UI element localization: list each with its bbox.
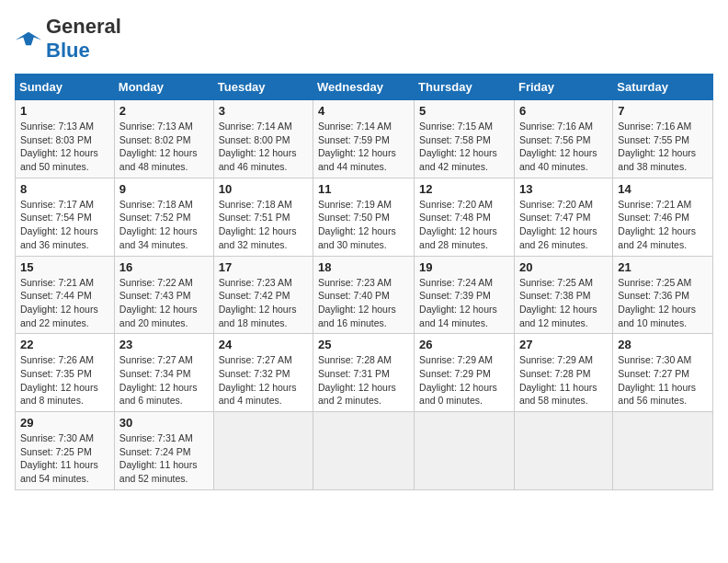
day-number: 16 bbox=[119, 260, 209, 274]
calendar-day-29: 29Sunrise: 7:30 AM Sunset: 7:25 PM Dayli… bbox=[16, 412, 115, 490]
calendar-day-14: 14Sunrise: 7:21 AM Sunset: 7:46 PM Dayli… bbox=[613, 178, 713, 256]
calendar-day-9: 9Sunrise: 7:18 AM Sunset: 7:52 PM Daylig… bbox=[114, 178, 213, 256]
day-info: Sunrise: 7:22 AM Sunset: 7:43 PM Dayligh… bbox=[119, 276, 209, 330]
day-info: Sunrise: 7:13 AM Sunset: 8:03 PM Dayligh… bbox=[20, 120, 109, 174]
day-number: 5 bbox=[419, 104, 509, 118]
calendar-week-3: 15Sunrise: 7:21 AM Sunset: 7:44 PM Dayli… bbox=[16, 256, 713, 334]
calendar-day-6: 6Sunrise: 7:16 AM Sunset: 7:56 PM Daylig… bbox=[514, 100, 612, 178]
day-info: Sunrise: 7:20 AM Sunset: 7:48 PM Dayligh… bbox=[419, 198, 509, 252]
logo-icon bbox=[15, 29, 42, 48]
day-info: Sunrise: 7:18 AM Sunset: 7:51 PM Dayligh… bbox=[219, 198, 308, 252]
calendar-week-1: 1Sunrise: 7:13 AM Sunset: 8:03 PM Daylig… bbox=[16, 100, 713, 178]
day-info: Sunrise: 7:29 AM Sunset: 7:29 PM Dayligh… bbox=[419, 353, 509, 408]
day-number: 18 bbox=[318, 260, 409, 274]
day-number: 13 bbox=[519, 182, 608, 196]
day-info: Sunrise: 7:27 AM Sunset: 7:34 PM Dayligh… bbox=[119, 353, 209, 408]
day-info: Sunrise: 7:31 AM Sunset: 7:24 PM Dayligh… bbox=[119, 431, 209, 486]
day-info: Sunrise: 7:16 AM Sunset: 7:56 PM Dayligh… bbox=[519, 120, 608, 174]
column-header-sunday: Sunday bbox=[16, 75, 115, 100]
column-header-friday: Friday bbox=[514, 75, 612, 100]
day-info: Sunrise: 7:20 AM Sunset: 7:47 PM Dayligh… bbox=[519, 198, 608, 252]
calendar-day-empty bbox=[514, 412, 612, 490]
day-number: 14 bbox=[618, 182, 708, 196]
day-number: 15 bbox=[20, 260, 109, 274]
calendar-day-empty bbox=[613, 412, 713, 490]
day-info: Sunrise: 7:17 AM Sunset: 7:54 PM Dayligh… bbox=[20, 198, 109, 252]
logo-text: GeneralBlue bbox=[46, 15, 121, 63]
day-info: Sunrise: 7:13 AM Sunset: 8:02 PM Dayligh… bbox=[119, 120, 209, 174]
logo: GeneralBlue bbox=[15, 15, 121, 63]
day-info: Sunrise: 7:15 AM Sunset: 7:58 PM Dayligh… bbox=[419, 120, 509, 174]
day-number: 7 bbox=[618, 104, 708, 118]
day-number: 11 bbox=[318, 182, 409, 196]
page-header: GeneralBlue bbox=[15, 15, 713, 63]
calendar-day-17: 17Sunrise: 7:23 AM Sunset: 7:42 PM Dayli… bbox=[213, 256, 313, 334]
calendar-week-5: 29Sunrise: 7:30 AM Sunset: 7:25 PM Dayli… bbox=[16, 412, 713, 490]
calendar-day-4: 4Sunrise: 7:14 AM Sunset: 7:59 PM Daylig… bbox=[313, 100, 415, 178]
calendar-day-26: 26Sunrise: 7:29 AM Sunset: 7:29 PM Dayli… bbox=[415, 334, 515, 412]
calendar-day-16: 16Sunrise: 7:22 AM Sunset: 7:43 PM Dayli… bbox=[114, 256, 213, 334]
day-number: 21 bbox=[618, 260, 708, 274]
day-number: 26 bbox=[419, 338, 509, 351]
calendar-day-22: 22Sunrise: 7:26 AM Sunset: 7:35 PM Dayli… bbox=[16, 334, 115, 412]
day-number: 23 bbox=[119, 338, 209, 351]
day-number: 30 bbox=[119, 416, 209, 430]
day-number: 19 bbox=[419, 260, 509, 274]
day-info: Sunrise: 7:21 AM Sunset: 7:46 PM Dayligh… bbox=[618, 198, 708, 252]
calendar-day-empty bbox=[213, 412, 313, 490]
day-info: Sunrise: 7:25 AM Sunset: 7:36 PM Dayligh… bbox=[618, 276, 708, 330]
day-number: 6 bbox=[519, 104, 608, 118]
calendar-table: SundayMondayTuesdayWednesdayThursdayFrid… bbox=[15, 74, 713, 490]
column-header-wednesday: Wednesday bbox=[313, 75, 415, 100]
day-number: 4 bbox=[318, 104, 409, 118]
calendar-day-18: 18Sunrise: 7:23 AM Sunset: 7:40 PM Dayli… bbox=[313, 256, 415, 334]
day-info: Sunrise: 7:30 AM Sunset: 7:25 PM Dayligh… bbox=[20, 431, 109, 486]
calendar-day-19: 19Sunrise: 7:24 AM Sunset: 7:39 PM Dayli… bbox=[415, 256, 515, 334]
day-info: Sunrise: 7:25 AM Sunset: 7:38 PM Dayligh… bbox=[519, 276, 608, 330]
calendar-week-4: 22Sunrise: 7:26 AM Sunset: 7:35 PM Dayli… bbox=[16, 334, 713, 412]
day-number: 25 bbox=[318, 338, 409, 351]
day-number: 28 bbox=[618, 338, 708, 351]
day-info: Sunrise: 7:28 AM Sunset: 7:31 PM Dayligh… bbox=[318, 353, 409, 408]
day-number: 20 bbox=[519, 260, 608, 274]
calendar-day-27: 27Sunrise: 7:29 AM Sunset: 7:28 PM Dayli… bbox=[514, 334, 612, 412]
calendar-day-7: 7Sunrise: 7:16 AM Sunset: 7:55 PM Daylig… bbox=[613, 100, 713, 178]
calendar-header-row: SundayMondayTuesdayWednesdayThursdayFrid… bbox=[16, 75, 713, 100]
day-info: Sunrise: 7:23 AM Sunset: 7:40 PM Dayligh… bbox=[318, 276, 409, 330]
day-info: Sunrise: 7:14 AM Sunset: 7:59 PM Dayligh… bbox=[318, 120, 409, 174]
calendar-day-10: 10Sunrise: 7:18 AM Sunset: 7:51 PM Dayli… bbox=[213, 178, 313, 256]
day-number: 1 bbox=[20, 104, 109, 118]
day-info: Sunrise: 7:30 AM Sunset: 7:27 PM Dayligh… bbox=[618, 353, 708, 408]
day-number: 8 bbox=[20, 182, 109, 196]
calendar-day-28: 28Sunrise: 7:30 AM Sunset: 7:27 PM Dayli… bbox=[613, 334, 713, 412]
calendar-day-8: 8Sunrise: 7:17 AM Sunset: 7:54 PM Daylig… bbox=[16, 178, 115, 256]
calendar-day-empty bbox=[415, 412, 515, 490]
column-header-saturday: Saturday bbox=[613, 75, 713, 100]
calendar-day-11: 11Sunrise: 7:19 AM Sunset: 7:50 PM Dayli… bbox=[313, 178, 415, 256]
day-info: Sunrise: 7:21 AM Sunset: 7:44 PM Dayligh… bbox=[20, 276, 109, 330]
day-number: 3 bbox=[219, 104, 308, 118]
calendar-day-empty bbox=[313, 412, 415, 490]
day-info: Sunrise: 7:18 AM Sunset: 7:52 PM Dayligh… bbox=[119, 198, 209, 252]
day-info: Sunrise: 7:23 AM Sunset: 7:42 PM Dayligh… bbox=[219, 276, 308, 330]
day-info: Sunrise: 7:16 AM Sunset: 7:55 PM Dayligh… bbox=[618, 120, 708, 174]
column-header-tuesday: Tuesday bbox=[213, 75, 313, 100]
day-number: 24 bbox=[219, 338, 308, 351]
day-number: 10 bbox=[219, 182, 308, 196]
calendar-day-20: 20Sunrise: 7:25 AM Sunset: 7:38 PM Dayli… bbox=[514, 256, 612, 334]
calendar-day-3: 3Sunrise: 7:14 AM Sunset: 8:00 PM Daylig… bbox=[213, 100, 313, 178]
day-info: Sunrise: 7:24 AM Sunset: 7:39 PM Dayligh… bbox=[419, 276, 509, 330]
calendar-day-21: 21Sunrise: 7:25 AM Sunset: 7:36 PM Dayli… bbox=[613, 256, 713, 334]
calendar-week-2: 8Sunrise: 7:17 AM Sunset: 7:54 PM Daylig… bbox=[16, 178, 713, 256]
day-number: 2 bbox=[119, 104, 209, 118]
day-info: Sunrise: 7:29 AM Sunset: 7:28 PM Dayligh… bbox=[519, 353, 608, 408]
column-header-thursday: Thursday bbox=[415, 75, 515, 100]
day-info: Sunrise: 7:27 AM Sunset: 7:32 PM Dayligh… bbox=[219, 353, 308, 408]
calendar-day-24: 24Sunrise: 7:27 AM Sunset: 7:32 PM Dayli… bbox=[213, 334, 313, 412]
calendar-day-1: 1Sunrise: 7:13 AM Sunset: 8:03 PM Daylig… bbox=[16, 100, 115, 178]
calendar-day-30: 30Sunrise: 7:31 AM Sunset: 7:24 PM Dayli… bbox=[114, 412, 213, 490]
calendar-day-15: 15Sunrise: 7:21 AM Sunset: 7:44 PM Dayli… bbox=[16, 256, 115, 334]
day-number: 12 bbox=[419, 182, 509, 196]
day-number: 29 bbox=[20, 416, 109, 430]
calendar-day-13: 13Sunrise: 7:20 AM Sunset: 7:47 PM Dayli… bbox=[514, 178, 612, 256]
